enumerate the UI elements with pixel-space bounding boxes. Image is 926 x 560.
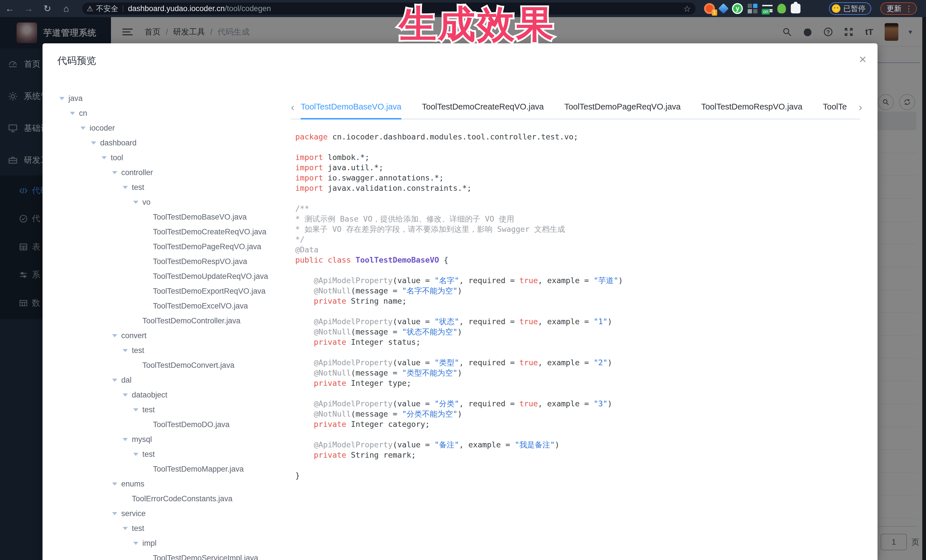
caret-down-icon: [112, 379, 117, 382]
back-icon[interactable]: ←: [4, 3, 15, 14]
code-viewer: package cn.iocoder.dashboard.modules.too…: [295, 132, 866, 481]
tree-file[interactable]: ToolTestDemoExportReqVO.java: [144, 284, 266, 299]
tree-node-label: ToolTestDemoRespVO.java: [153, 257, 247, 266]
extension-gem-icon[interactable]: [720, 5, 727, 12]
tree-node-label: test: [142, 406, 155, 414]
code-line: @ApiModelProperty(value = "类型", required…: [295, 358, 866, 368]
update-button[interactable]: 更新 ⋮: [881, 2, 917, 15]
address-divider: [123, 5, 123, 12]
tree-node-label: test: [132, 183, 144, 192]
tabs-scroll-left-icon[interactable]: ‹: [291, 101, 294, 113]
tree-node-label: impl: [142, 539, 157, 548]
tree-node-label: ToolTestDemoConvert.java: [142, 361, 235, 370]
caret-down-icon: [112, 334, 117, 337]
code-line: @ApiModelProperty(value = "状态", required…: [295, 317, 866, 327]
caret-down-icon: [133, 542, 138, 545]
file-tabs: ‹ ToolTestDemoBaseVO.javaToolTestDemoCre…: [291, 98, 864, 120]
tree-file[interactable]: ToolTestDemoDO.java: [144, 417, 230, 432]
tree-node-label: ToolTestDemoDO.java: [153, 420, 230, 429]
extension-y-icon[interactable]: y: [732, 3, 743, 14]
tree-folder[interactable]: dataobject: [123, 388, 168, 402]
browser-menu-icon[interactable]: ⋮: [905, 4, 913, 14]
forward-icon[interactable]: →: [23, 3, 34, 14]
tree-folder[interactable]: tool: [101, 150, 123, 165]
extension-list-icon[interactable]: on: [762, 5, 773, 12]
tree-folder[interactable]: iocoder: [80, 121, 115, 136]
code-line: @ApiModelProperty(value = "分类", required…: [295, 398, 866, 409]
file-tree: javacniocoderdashboardtoolcontrollertest…: [42, 43, 288, 560]
tree-file[interactable]: ToolTestDemoBaseVO.java: [144, 210, 247, 224]
tree-folder[interactable]: test: [123, 521, 144, 536]
home-icon[interactable]: ⌂: [61, 3, 72, 14]
tree-file[interactable]: ToolTestDemoExcelVO.java: [144, 299, 248, 313]
tree-node-label: java: [68, 94, 83, 103]
tab-ToolTestDemoBaseVO.java[interactable]: ToolTestDemoBaseVO.java: [301, 98, 401, 119]
tree-node-label: dataobject: [132, 391, 168, 400]
code-line: @NotNull(message = "名字不能为空"): [295, 286, 866, 296]
window-edge: [922, 17, 926, 560]
address-bar[interactable]: ⚠ 不安全 dashboard.yudao.iocoder.cn /tool/c…: [82, 3, 696, 15]
tree-file[interactable]: ToolTestDemoMapper.java: [144, 462, 244, 477]
caret-down-icon: [101, 156, 107, 159]
reload-icon[interactable]: ↻: [42, 3, 53, 14]
tree-file[interactable]: ToolErrorCodeConstants.java: [123, 491, 233, 506]
extension-puzzle-icon[interactable]: [791, 4, 800, 14]
tree-file[interactable]: ToolTestDemoConvert.java: [133, 358, 235, 373]
tab-ToolTestDemoPageReqVO.java[interactable]: ToolTestDemoPageReqVO.java: [564, 98, 681, 119]
tree-folder[interactable]: service: [112, 506, 146, 521]
tree-folder[interactable]: convert: [112, 328, 147, 343]
tree-file[interactable]: ToolTestDemoController.java: [133, 313, 241, 328]
tree-node-label: ToolTestDemoServiceImpl.java: [153, 554, 258, 560]
code-line: @ApiModelProperty(value = "名字", required…: [295, 275, 866, 286]
tree-file[interactable]: ToolTestDemoRespVO.java: [144, 254, 247, 269]
code-line: @NotNull(message = "类型不能为空"): [295, 368, 866, 378]
tree-folder[interactable]: impl: [133, 536, 157, 551]
caret-down-icon: [70, 112, 75, 115]
tree-folder[interactable]: dashboard: [91, 136, 137, 150]
tree-file[interactable]: ToolTestDemoPageReqVO.java: [144, 239, 261, 254]
tree-node-label: dal: [121, 376, 132, 385]
profile-paused-chip[interactable]: 已暂停: [829, 2, 871, 15]
code-line: */: [295, 234, 866, 245]
tab-ToolTestDemoCreateReqVO.java[interactable]: ToolTestDemoCreateReqVO.java: [422, 98, 544, 119]
extensions-row: 1 y on: [704, 0, 800, 17]
tree-file[interactable]: ToolTestDemoUpdateReqVO.java: [144, 269, 268, 284]
screen: ← → ↻ ⌂ ⚠ 不安全 dashboard.yudao.iocoder.cn…: [0, 0, 926, 560]
tree-folder[interactable]: vo: [133, 195, 151, 210]
extension-plant-icon[interactable]: [778, 4, 786, 14]
tree-folder[interactable]: dal: [112, 373, 132, 388]
caret-down-icon: [59, 97, 65, 100]
not-secure-warning-icon: ⚠: [87, 5, 93, 13]
tree-file[interactable]: ToolTestDemoCreateReqVO.java: [144, 224, 266, 239]
tree-folder[interactable]: cn: [70, 106, 87, 121]
tree-folder[interactable]: controller: [112, 165, 153, 180]
tree-node-label: enums: [121, 480, 144, 488]
tree-folder[interactable]: java: [59, 91, 83, 106]
caret-down-icon: [91, 142, 96, 145]
code-line: /**: [295, 204, 866, 214]
tree-folder[interactable]: test: [123, 180, 144, 195]
extension-ubuntu-icon[interactable]: 1: [704, 3, 715, 14]
code-line: import io.swagger.annotations.*;: [295, 173, 866, 183]
bookmark-star-icon[interactable]: ☆: [683, 4, 691, 14]
extension-squares-icon[interactable]: [748, 4, 757, 14]
tab-ToolTe[interactable]: ToolTe: [823, 98, 847, 119]
tree-folder[interactable]: enums: [112, 477, 144, 491]
tree-node-label: ToolTestDemoExcelVO.java: [153, 302, 248, 311]
code-line: import javax.validation.constraints.*;: [295, 183, 866, 193]
code-line: package cn.iocoder.dashboard.modules.too…: [295, 132, 866, 142]
tree-folder[interactable]: mysql: [123, 432, 152, 447]
tree-folder[interactable]: test: [123, 343, 144, 358]
close-icon[interactable]: ×: [854, 51, 871, 68]
code-line: [295, 460, 866, 471]
tab-ToolTestDemoRespVO.java[interactable]: ToolTestDemoRespVO.java: [701, 98, 802, 119]
tree-folder[interactable]: test: [133, 402, 155, 417]
tree-node-label: ToolTestDemoUpdateReqVO.java: [153, 272, 268, 281]
tabs-scroll-right-icon[interactable]: ›: [859, 101, 862, 113]
code-line: [295, 347, 866, 358]
tree-folder[interactable]: test: [133, 447, 155, 462]
tree-file[interactable]: ToolTestDemoServiceImpl.java: [144, 551, 258, 560]
code-line: [295, 193, 866, 204]
annotation-text: 生成效果 生成效果: [399, 1, 555, 48]
profile-paused-label: 已暂停: [843, 4, 865, 14]
